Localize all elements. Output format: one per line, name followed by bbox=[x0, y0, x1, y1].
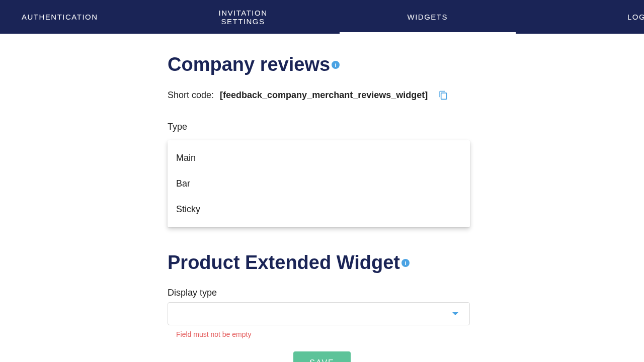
company-reviews-title-text: Company reviews bbox=[168, 54, 330, 75]
type-option-bar[interactable]: Bar bbox=[168, 171, 470, 197]
product-extended-title: Product Extended Widget bbox=[168, 252, 476, 274]
type-option-sticky[interactable]: Sticky bbox=[168, 197, 470, 222]
copy-icon[interactable] bbox=[438, 89, 448, 101]
shortcode-value: [feedback_company_merchant_reviews_widge… bbox=[220, 90, 428, 101]
type-label: Type bbox=[168, 122, 476, 132]
company-reviews-title: Company reviews bbox=[168, 54, 476, 75]
main-content: Company reviews Short code: [feedback_co… bbox=[0, 34, 644, 362]
top-nav: AUTHENTICATION INVITATION SETTINGS WIDGE… bbox=[0, 0, 644, 34]
shortcode-row: Short code: [feedback_company_merchant_r… bbox=[168, 89, 476, 101]
info-icon[interactable] bbox=[332, 61, 340, 69]
shortcode-label: Short code: bbox=[168, 90, 214, 101]
svg-rect-0 bbox=[441, 93, 447, 100]
save-button[interactable]: SAVE bbox=[293, 351, 351, 362]
tab-invitation-settings[interactable]: INVITATION SETTINGS bbox=[204, 0, 283, 34]
tab-widgets[interactable]: WIDGETS bbox=[392, 0, 463, 34]
product-extended-title-text: Product Extended Widget bbox=[168, 252, 400, 274]
display-type-error: Field must not be empty bbox=[176, 330, 476, 338]
type-dropdown[interactable]: Main Bar Sticky bbox=[168, 136, 470, 227]
display-type-label: Display type bbox=[168, 288, 476, 298]
type-dropdown-menu: Main Bar Sticky bbox=[168, 140, 470, 227]
display-type-select[interactable] bbox=[168, 302, 470, 325]
chevron-down-icon bbox=[452, 312, 458, 315]
tab-authentication[interactable]: AUTHENTICATION bbox=[7, 0, 113, 34]
info-icon[interactable] bbox=[401, 259, 410, 267]
tab-logs[interactable]: LOGS bbox=[612, 0, 644, 34]
type-option-main[interactable]: Main bbox=[168, 145, 470, 171]
